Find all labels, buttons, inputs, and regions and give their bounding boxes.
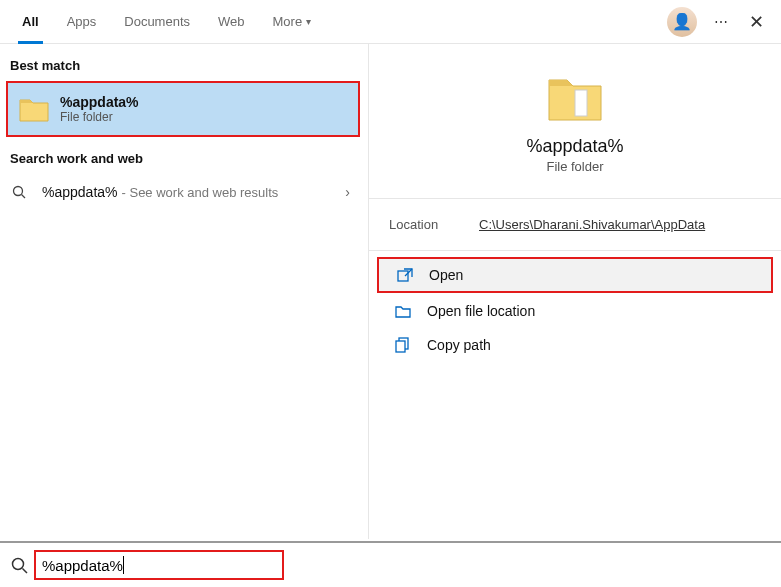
result-title: %appdata% [60,94,348,110]
more-options-button[interactable]: ⋯ [705,14,739,30]
user-avatar[interactable]: 👤 [667,7,697,37]
tab-more[interactable]: More ▾ [259,0,326,44]
open-action[interactable]: Open [377,257,773,293]
caret-down-icon: ▾ [306,16,311,27]
tabs-bar: All Apps Documents Web More ▾ 👤 ⋯ ✕ [0,0,781,44]
folder-icon [18,93,50,125]
open-file-location-action[interactable]: Open file location [377,295,773,327]
chevron-right-icon: › [339,184,356,200]
folder-large-icon [547,72,603,122]
preview-title: %appdata% [389,136,761,157]
search-bar-icon [0,557,38,574]
folder-open-icon [395,304,417,318]
tab-documents[interactable]: Documents [110,0,204,44]
svg-point-6 [12,558,23,569]
search-web-suffix: - See work and web results [122,185,279,200]
location-label: Location [389,217,479,232]
preview-pane: %appdata% File folder Location C:\Users\… [368,44,781,539]
preview-subtitle: File folder [389,159,761,174]
copy-path-label: Copy path [427,337,491,353]
search-web-query: %appdata% [42,184,118,200]
svg-point-0 [14,187,23,196]
svg-rect-5 [396,341,405,352]
location-path-link[interactable]: C:\Users\Dharani.Shivakumar\AppData [479,217,705,232]
close-button[interactable]: ✕ [739,11,773,33]
result-subtitle: File folder [60,110,348,124]
copy-path-action[interactable]: Copy path [377,329,773,361]
search-input-wrap[interactable]: %appdata% [34,550,284,580]
open-icon [397,268,419,282]
location-row: Location C:\Users\Dharani.Shivakumar\App… [369,199,781,251]
search-bar: %appdata% [0,541,781,587]
svg-line-7 [22,568,27,573]
tab-web[interactable]: Web [204,0,259,44]
best-match-result[interactable]: %appdata% File folder [6,81,360,137]
tab-all[interactable]: All [8,0,53,44]
open-label: Open [429,267,463,283]
copy-icon [395,337,417,353]
search-work-web-heading: Search work and web [0,151,368,174]
tab-apps[interactable]: Apps [53,0,111,44]
search-web-row[interactable]: %appdata% - See work and web results › [0,174,368,210]
text-cursor [123,556,124,574]
svg-line-1 [22,195,26,199]
best-match-heading: Best match [0,58,368,81]
results-pane: Best match %appdata% File folder Search … [0,44,368,539]
svg-rect-3 [398,271,408,281]
search-input-text: %appdata% [42,557,123,574]
open-file-location-label: Open file location [427,303,535,319]
svg-rect-2 [575,90,587,116]
search-icon [12,185,36,199]
tab-more-label: More [273,14,303,29]
